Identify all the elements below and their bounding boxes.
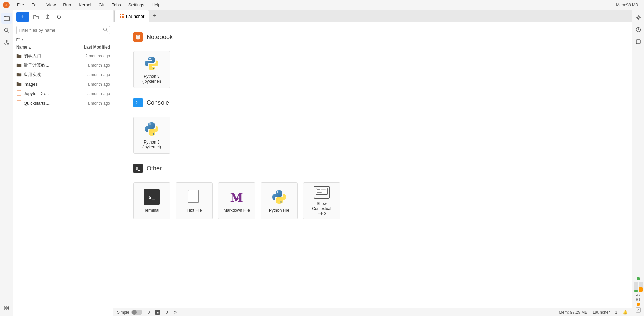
card-markdown-file[interactable]: M Markdown File [218,182,255,219]
rs-gear-icon[interactable] [634,37,643,46]
right-sidebar: 2.2 6.2 [632,10,644,316]
terminal-icon: $_ [144,189,160,205]
expand-icon[interactable] [636,307,641,313]
file-item-4[interactable]: Jupyter-Do... a month ago [13,89,113,98]
notebook-icon-4 [16,90,22,97]
svg-rect-29 [120,14,121,15]
svg-rect-30 [120,16,121,18]
file-item-1[interactable]: 量子计算教... a month ago [13,61,113,70]
sidebar-btn-extensions[interactable] [1,303,12,313]
card-py3-notebook[interactable]: Python 3 (ipykernel) [133,51,170,88]
upload-button[interactable] [43,12,52,22]
svg-point-37 [149,123,151,125]
menu-tabs[interactable]: Tabs [108,1,124,8]
rs-settings-icon[interactable] [634,13,643,22]
search-input[interactable] [19,28,103,33]
svg-point-46 [277,191,278,193]
other-cards: $_ Terminal Text File M [133,182,612,219]
menu-settings[interactable]: Settings [125,1,148,8]
show-help-icon [314,186,330,199]
other-section-header: $_ Other [133,164,612,177]
svg-rect-50 [317,191,323,191]
file-item-3[interactable]: images a month ago [13,80,113,89]
menu-file[interactable]: File [13,1,27,8]
svg-rect-14 [7,306,9,308]
column-name[interactable]: Name ▲ [16,45,66,50]
other-section-title: Other [147,165,162,172]
menu-run[interactable]: Run [60,1,75,8]
menu-kernel[interactable]: Kernel [75,1,95,8]
file-time-3: a month ago [66,82,110,87]
card-python-file[interactable]: Python File [261,182,298,219]
rs-clock-icon[interactable] [634,25,643,34]
menu-view[interactable]: View [43,1,59,8]
svg-rect-49 [317,189,320,190]
card-terminal[interactable]: $_ Terminal [133,182,170,219]
svg-rect-15 [5,308,6,310]
tab-bar: Launcher + [113,10,632,22]
svg-point-17 [104,28,107,31]
breadcrumb-path: / [22,38,23,43]
file-browser-panel: + + / Name [13,10,113,316]
svg-rect-26 [17,101,17,101]
main-layout: + + / Name [0,10,644,316]
cpu-fill [634,290,638,292]
app-logo[interactable]: J [3,1,10,9]
svg-rect-55 [636,40,640,44]
status-bar: Simple 0 ■ 0 ⚙ Mem: 97.29 MB Launcher 1 … [113,308,632,316]
status-count-1: 0 [148,310,150,315]
sidebar-btn-files[interactable] [1,13,12,24]
card-python-file-label: Python File [269,208,289,213]
svg-point-8 [5,43,6,44]
console-section-header: ❯_ Console [133,98,612,111]
svg-rect-22 [17,91,17,92]
tab-launcher-icon [119,13,124,19]
folder-icon-0 [16,53,22,59]
refresh-button[interactable] [54,12,64,22]
folder-icon-3 [16,81,22,87]
sidebar-btn-search[interactable] [1,25,12,36]
file-item-5[interactable]: Quickstarts.... a month ago [13,98,113,108]
menu-edit[interactable]: Edit [28,1,42,8]
svg-rect-23 [17,92,17,93]
card-text-file[interactable]: Text File [176,182,213,219]
svg-line-12 [7,43,8,43]
file-item-0[interactable]: 初学入门 2 months ago [13,51,113,61]
card-py3-notebook-label: Python 3 (ipykernel) [142,74,161,84]
mem-label: 6.2 [636,298,640,301]
file-name-2: 应用实践 [24,72,66,78]
breadcrumb: / [13,36,113,43]
file-time-0: 2 months ago [66,54,110,58]
add-tab-button[interactable]: + [150,11,159,21]
svg-rect-51 [317,192,322,193]
other-badge: $_ [133,164,143,173]
file-name-1: 量子计算教... [24,62,66,68]
simple-label: Simple [117,310,129,315]
notebook-badge [133,32,143,42]
card-py3-console[interactable]: Python 3 (ipykernel) [133,117,170,154]
left-icon-sidebar [0,10,13,316]
svg-point-36 [153,68,154,69]
tab-launcher[interactable]: Launcher [114,10,149,22]
card-show-help[interactable]: Show Contextual Help [303,182,340,219]
menu-git[interactable]: Git [95,1,108,8]
search-icon [103,27,108,33]
file-name-4: Jupyter-Do... [24,91,66,96]
launcher-content: Notebook [113,22,632,308]
new-button[interactable]: + + [16,12,29,22]
svg-line-11 [5,43,7,43]
menu-help[interactable]: Help [148,1,164,8]
svg-point-38 [153,133,154,135]
sidebar-btn-git[interactable] [1,37,12,48]
svg-rect-28 [17,103,17,103]
status-bell-icon: 🔔 [623,310,628,315]
open-folder-button[interactable] [31,12,41,22]
file-time-2: a month ago [66,72,110,77]
folder-icon-2 [16,72,22,78]
status-launcher: Launcher [593,310,610,315]
file-item-2[interactable]: 应用实践 a month ago [13,70,113,80]
mem-fill [639,287,643,292]
file-name-5: Quickstarts.... [24,101,66,106]
menu-bar: J File Edit View Run Kernel Git Tabs Set… [0,0,644,10]
simple-mode-toggle[interactable]: Simple [117,310,142,315]
